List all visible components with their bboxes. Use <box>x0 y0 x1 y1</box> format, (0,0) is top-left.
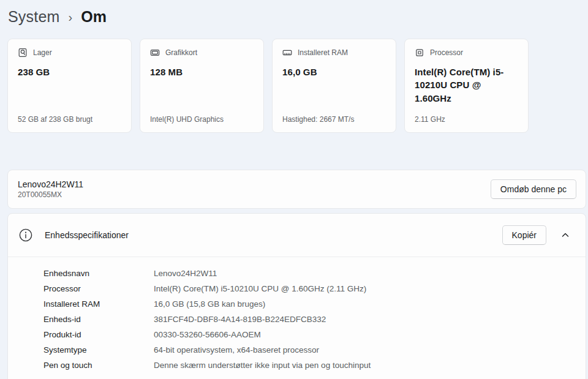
device-names: Lenovo24H2W11 20T00055MX <box>18 179 83 199</box>
spec-value: 64-bit operativsystem, x64-baseret proce… <box>154 342 319 358</box>
card-label: Processor <box>430 48 463 57</box>
cpu-icon <box>415 48 424 58</box>
card-value: 16,0 GB <box>282 66 386 78</box>
spec-row: Enheds-id 381FCF4D-DBF8-4A14-819B-B224ED… <box>43 312 576 327</box>
breadcrumb: System › Om <box>0 0 588 26</box>
card-caption: Hastighed: 2667 MT/s <box>282 115 386 125</box>
spec-row: Installeret RAM 16,0 GB (15,8 GB kan bru… <box>43 296 576 312</box>
ram-icon <box>282 48 292 58</box>
card-caption: 52 GB af 238 GB brugt <box>18 115 121 125</box>
spec-label: Enhedsnavn <box>43 266 154 281</box>
spec-row: Pen og touch Denne skærm understøtter ik… <box>43 358 576 373</box>
breadcrumb-parent-system[interactable]: System <box>8 8 60 26</box>
storage-icon <box>18 48 28 58</box>
processor-card: Processor Intel(R) Core(TM) i5-10210U CP… <box>404 39 529 133</box>
spec-label: Enheds-id <box>43 312 154 327</box>
card-caption: Intel(R) UHD Graphics <box>150 115 254 125</box>
graphics-card: Grafikkort 128 MB Intel(R) UHD Graphics <box>140 39 264 133</box>
page-title: Om <box>81 8 107 26</box>
spec-label: Installeret RAM <box>43 296 154 312</box>
spec-row: Enhedsnavn Lenovo24H2W11 <box>43 266 576 281</box>
card-value: Intel(R) Core(TM) i5-10210U CPU @ 1.60GH… <box>415 66 518 105</box>
spec-label: Pen og touch <box>43 358 154 373</box>
card-header: Grafikkort <box>150 48 254 58</box>
spec-row: Systemtype 64-bit operativsystem, x64-ba… <box>43 342 576 358</box>
spec-value: Denne skærm understøtter ikke input via … <box>154 358 371 373</box>
gpu-icon <box>150 48 160 58</box>
device-model: 20T00055MX <box>18 190 83 199</box>
card-header: Processor <box>415 48 518 58</box>
card-value: 128 MB <box>150 66 254 78</box>
spec-value: 381FCF4D-DBF8-4A14-819B-B224EDFCB332 <box>154 312 326 327</box>
device-name: Lenovo24H2W11 <box>18 179 83 189</box>
spec-label: Produkt-id <box>43 327 154 342</box>
card-header: Lager <box>18 48 121 58</box>
rename-pc-button[interactable]: Omdøb denne pc <box>491 179 576 199</box>
info-icon <box>19 228 32 242</box>
card-caption: 2.11 GHz <box>415 115 518 125</box>
ram-card: Installeret RAM 16,0 GB Hastighed: 2667 … <box>272 39 396 133</box>
device-specifications-expander: Enhedsspecifikationer Kopiér Enhedsnavn … <box>7 213 586 379</box>
spec-label: Processor <box>43 281 154 296</box>
storage-card: Lager 238 GB 52 GB af 238 GB brugt <box>7 39 132 133</box>
chevron-up-icon[interactable] <box>556 226 575 244</box>
card-label: Installeret RAM <box>298 48 348 57</box>
spec-row: Processor Intel(R) Core(TM) i5-10210U CP… <box>43 281 576 296</box>
device-name-panel: Lenovo24H2W11 20T00055MX Omdøb denne pc <box>7 170 586 209</box>
spec-value: 16,0 GB (15,8 GB kan bruges) <box>154 296 265 312</box>
overview-cards: Lager 238 GB 52 GB af 238 GB brugt Grafi… <box>7 39 588 133</box>
spec-label: Systemtype <box>43 342 154 358</box>
card-header: Installeret RAM <box>282 48 386 58</box>
spec-table: Enhedsnavn Lenovo24H2W11 Processor Intel… <box>8 257 586 379</box>
copy-button[interactable]: Kopiér <box>502 225 546 245</box>
spec-value: Intel(R) Core(TM) i5-10210U CPU @ 1.60GH… <box>154 281 366 296</box>
spec-row: Produkt-id 00330-53260-56606-AAOEM <box>43 327 576 342</box>
expander-header[interactable]: Enhedsspecifikationer Kopiér <box>8 214 586 257</box>
spec-value: 00330-53260-56606-AAOEM <box>154 327 261 342</box>
card-label: Lager <box>33 48 52 57</box>
chevron-right-icon: › <box>69 10 73 24</box>
spec-value: Lenovo24H2W11 <box>154 266 217 281</box>
card-value: 238 GB <box>18 66 121 78</box>
card-label: Grafikkort <box>165 48 197 57</box>
expander-title: Enhedsspecifikationer <box>45 230 129 240</box>
